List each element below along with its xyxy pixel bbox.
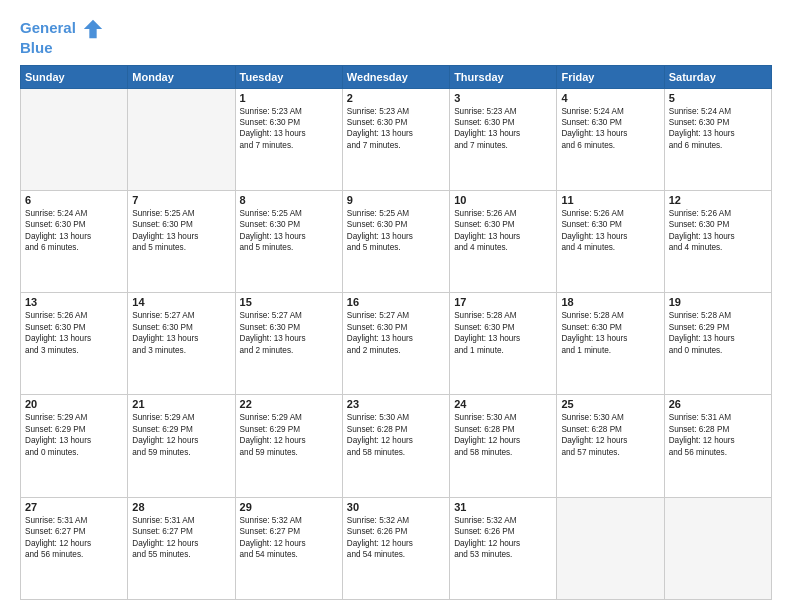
cell-info: Sunset: 6:29 PM: [132, 424, 230, 435]
cell-info: and 0 minutes.: [669, 345, 767, 356]
calendar-cell: 16Sunrise: 5:27 AMSunset: 6:30 PMDayligh…: [342, 293, 449, 395]
cell-info: Sunset: 6:28 PM: [561, 424, 659, 435]
cell-info: Daylight: 13 hours: [240, 128, 338, 139]
cell-info: and 2 minutes.: [240, 345, 338, 356]
cell-info: Sunrise: 5:30 AM: [561, 412, 659, 423]
calendar-cell: 18Sunrise: 5:28 AMSunset: 6:30 PMDayligh…: [557, 293, 664, 395]
cell-info: Sunrise: 5:25 AM: [132, 208, 230, 219]
cell-info: Sunrise: 5:32 AM: [347, 515, 445, 526]
cell-info: Sunrise: 5:27 AM: [240, 310, 338, 321]
cell-info: and 4 minutes.: [561, 242, 659, 253]
cell-info: Sunrise: 5:26 AM: [561, 208, 659, 219]
day-number: 16: [347, 296, 445, 308]
calendar-cell: 12Sunrise: 5:26 AMSunset: 6:30 PMDayligh…: [664, 190, 771, 292]
cell-info: Daylight: 13 hours: [561, 128, 659, 139]
cell-info: Daylight: 13 hours: [347, 231, 445, 242]
cell-info: Sunrise: 5:24 AM: [25, 208, 123, 219]
cell-info: Sunrise: 5:28 AM: [669, 310, 767, 321]
cell-info: Sunrise: 5:25 AM: [240, 208, 338, 219]
day-number: 17: [454, 296, 552, 308]
calendar-cell: 22Sunrise: 5:29 AMSunset: 6:29 PMDayligh…: [235, 395, 342, 497]
day-number: 20: [25, 398, 123, 410]
cell-info: and 54 minutes.: [240, 549, 338, 560]
calendar-cell: 15Sunrise: 5:27 AMSunset: 6:30 PMDayligh…: [235, 293, 342, 395]
cell-info: and 7 minutes.: [347, 140, 445, 151]
svg-marker-0: [84, 20, 102, 38]
cell-info: and 57 minutes.: [561, 447, 659, 458]
cell-info: Daylight: 13 hours: [561, 231, 659, 242]
cell-info: Sunset: 6:30 PM: [25, 219, 123, 230]
cell-info: and 6 minutes.: [669, 140, 767, 151]
cell-info: Daylight: 12 hours: [132, 435, 230, 446]
cell-info: Daylight: 13 hours: [454, 128, 552, 139]
weekday-header-row: SundayMondayTuesdayWednesdayThursdayFrid…: [21, 65, 772, 88]
cell-info: and 53 minutes.: [454, 549, 552, 560]
cell-info: and 59 minutes.: [240, 447, 338, 458]
calendar-cell: 25Sunrise: 5:30 AMSunset: 6:28 PMDayligh…: [557, 395, 664, 497]
cell-info: Daylight: 13 hours: [25, 231, 123, 242]
cell-info: Sunset: 6:27 PM: [240, 526, 338, 537]
cell-info: and 1 minute.: [561, 345, 659, 356]
cell-info: Daylight: 12 hours: [347, 435, 445, 446]
cell-info: and 3 minutes.: [132, 345, 230, 356]
cell-info: and 56 minutes.: [669, 447, 767, 458]
cell-info: and 58 minutes.: [454, 447, 552, 458]
cell-info: Sunrise: 5:25 AM: [347, 208, 445, 219]
day-number: 28: [132, 501, 230, 513]
cell-info: Sunrise: 5:28 AM: [561, 310, 659, 321]
cell-info: Sunset: 6:30 PM: [561, 219, 659, 230]
cell-info: and 3 minutes.: [25, 345, 123, 356]
cell-info: Sunset: 6:30 PM: [669, 219, 767, 230]
cell-info: and 58 minutes.: [347, 447, 445, 458]
day-number: 13: [25, 296, 123, 308]
cell-info: Sunset: 6:29 PM: [25, 424, 123, 435]
cell-info: and 7 minutes.: [240, 140, 338, 151]
cell-info: Daylight: 13 hours: [454, 333, 552, 344]
cell-info: Sunset: 6:27 PM: [25, 526, 123, 537]
cell-info: and 5 minutes.: [240, 242, 338, 253]
cell-info: Sunrise: 5:26 AM: [669, 208, 767, 219]
cell-info: Daylight: 12 hours: [240, 435, 338, 446]
cell-info: Daylight: 12 hours: [132, 538, 230, 549]
day-number: 18: [561, 296, 659, 308]
cell-info: Sunset: 6:30 PM: [240, 219, 338, 230]
weekday-wednesday: Wednesday: [342, 65, 449, 88]
cell-info: Daylight: 13 hours: [25, 333, 123, 344]
calendar-cell: [21, 88, 128, 190]
calendar-cell: [128, 88, 235, 190]
cell-info: Daylight: 13 hours: [132, 333, 230, 344]
cell-info: Sunset: 6:26 PM: [347, 526, 445, 537]
calendar-cell: 8Sunrise: 5:25 AMSunset: 6:30 PMDaylight…: [235, 190, 342, 292]
cell-info: and 54 minutes.: [347, 549, 445, 560]
day-number: 31: [454, 501, 552, 513]
calendar-cell: 17Sunrise: 5:28 AMSunset: 6:30 PMDayligh…: [450, 293, 557, 395]
cell-info: Sunrise: 5:32 AM: [454, 515, 552, 526]
cell-info: Sunset: 6:30 PM: [347, 219, 445, 230]
day-number: 1: [240, 92, 338, 104]
day-number: 26: [669, 398, 767, 410]
cell-info: Sunrise: 5:29 AM: [25, 412, 123, 423]
cell-info: and 55 minutes.: [132, 549, 230, 560]
cell-info: Sunset: 6:30 PM: [454, 117, 552, 128]
day-number: 24: [454, 398, 552, 410]
calendar-cell: 5Sunrise: 5:24 AMSunset: 6:30 PMDaylight…: [664, 88, 771, 190]
cell-info: Daylight: 13 hours: [669, 231, 767, 242]
weekday-monday: Monday: [128, 65, 235, 88]
calendar-cell: 7Sunrise: 5:25 AMSunset: 6:30 PMDaylight…: [128, 190, 235, 292]
day-number: 30: [347, 501, 445, 513]
cell-info: Sunset: 6:30 PM: [132, 322, 230, 333]
cell-info: Daylight: 12 hours: [240, 538, 338, 549]
day-number: 25: [561, 398, 659, 410]
cell-info: Sunset: 6:28 PM: [669, 424, 767, 435]
page: General Blue SundayMondayTuesdayWednesda…: [0, 0, 792, 612]
calendar-cell: 9Sunrise: 5:25 AMSunset: 6:30 PMDaylight…: [342, 190, 449, 292]
logo-text: General: [20, 18, 104, 40]
day-number: 2: [347, 92, 445, 104]
cell-info: Sunset: 6:27 PM: [132, 526, 230, 537]
calendar-cell: 1Sunrise: 5:23 AMSunset: 6:30 PMDaylight…: [235, 88, 342, 190]
cell-info: Sunrise: 5:26 AM: [454, 208, 552, 219]
cell-info: Sunset: 6:28 PM: [454, 424, 552, 435]
cell-info: Sunset: 6:30 PM: [561, 322, 659, 333]
calendar-cell: 21Sunrise: 5:29 AMSunset: 6:29 PMDayligh…: [128, 395, 235, 497]
cell-info: Daylight: 13 hours: [132, 231, 230, 242]
